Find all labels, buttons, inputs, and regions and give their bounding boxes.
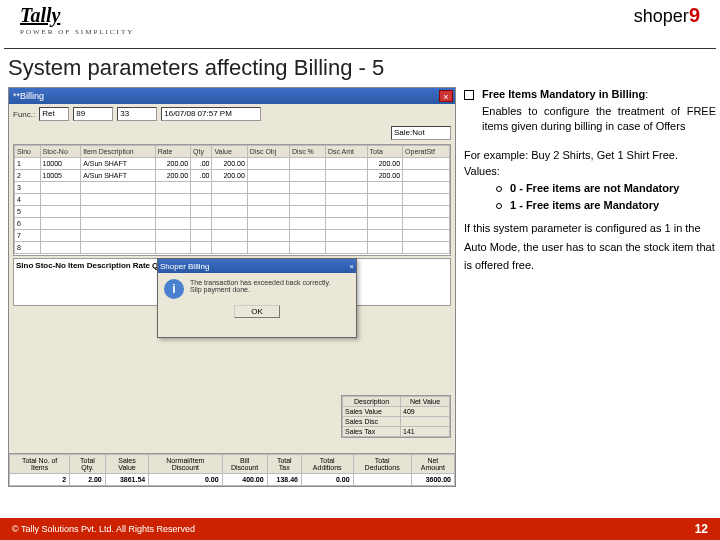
ok-button[interactable]: OK (234, 305, 280, 318)
dialog-title: Shoper Billing (160, 262, 209, 271)
func-field[interactable]: Ret (39, 107, 69, 121)
items-grid[interactable]: SlnoStoc-NoItem DescriptionRateQtyValueD… (13, 144, 451, 256)
circle-bullet-icon (496, 203, 502, 209)
screenshot-panel: **Billing × Func.: Ret 89 33 16/07/08 07… (8, 87, 456, 487)
example-block: For example: Buy 2 Shirts, Get 1 Shirt F… (464, 148, 716, 275)
explanation-para: If this system parameter is configured a… (464, 219, 716, 275)
info-icon: i (164, 279, 184, 299)
square-bullet-icon (464, 90, 474, 100)
shoper-wordmark: shoper (634, 6, 689, 27)
dialog-close-icon[interactable]: × (349, 262, 354, 271)
tally-tagline: POWER OF SIMPLICITY (20, 28, 134, 36)
func-label: Func.: (13, 110, 35, 119)
window-titlebar: **Billing × (9, 88, 455, 104)
close-icon[interactable]: × (439, 90, 453, 102)
shoper-9: 9 (689, 4, 700, 27)
billing-window: **Billing × Func.: Ret 89 33 16/07/08 07… (8, 87, 456, 487)
slide-title: System parameters affecting Billing - 5 (0, 55, 720, 87)
dialog-titlebar: Shoper Billing × (158, 259, 356, 273)
datetime-field[interactable]: 16/07/08 07:57 PM (161, 107, 261, 121)
example-line: For example: Buy 2 Shirts, Get 1 Shirt F… (464, 148, 716, 163)
bullet-1-body: Enables to configure the treatment of FR… (482, 104, 716, 134)
sales-mode[interactable]: Sale:Not (391, 126, 451, 140)
options-list: 0 - Free items are not Mandatory 1 - Fre… (496, 181, 716, 213)
circle-bullet-icon (496, 186, 502, 192)
bullet-1-title: Free Items Mandatory in Billing (482, 88, 645, 100)
main-content: **Billing × Func.: Ret 89 33 16/07/08 07… (0, 87, 720, 487)
copyright: © Tally Solutions Pvt. Ltd. All Rights R… (12, 524, 195, 534)
field-2[interactable]: 89 (73, 107, 113, 121)
window-title: **Billing (13, 91, 44, 101)
tally-logo: Tally POWER OF SIMPLICITY (20, 4, 134, 36)
info-dialog: Shoper Billing × i The transaction has e… (157, 258, 357, 338)
divider (4, 48, 716, 49)
fields-row: Func.: Ret 89 33 16/07/08 07:57 PM (9, 104, 455, 124)
page-number: 12 (695, 522, 708, 536)
footer: © Tally Solutions Pvt. Ltd. All Rights R… (0, 518, 720, 540)
values-label: Values: (464, 164, 716, 179)
summary-box: DescriptionNet ValueSales Value409Sales … (341, 395, 451, 438)
option-1: 1 - Free items are Mandatory (496, 198, 716, 213)
tally-wordmark: Tally (20, 4, 134, 27)
header: Tally POWER OF SIMPLICITY shoper 9 (0, 0, 720, 48)
bullet-1: Free Items Mandatory in Billing: (464, 87, 716, 102)
dialog-message: The transaction has exceeded back correc… (190, 279, 330, 299)
totals-bar: Total No. of ItemsTotal Qty.Sales ValueN… (9, 453, 455, 486)
field-3[interactable]: 33 (117, 107, 157, 121)
option-0: 0 - Free items are not Mandatory (496, 181, 716, 196)
shoper-logo: shoper 9 (634, 4, 700, 27)
text-panel: Free Items Mandatory in Billing: Enables… (464, 87, 716, 487)
